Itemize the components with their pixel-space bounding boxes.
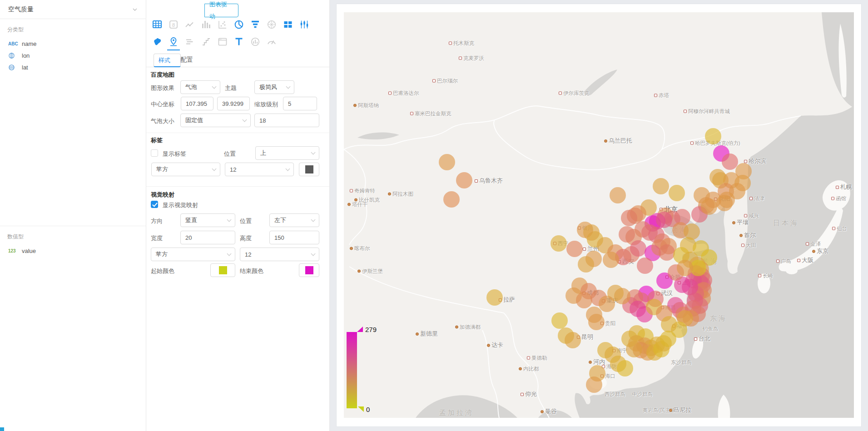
field-item-name[interactable]: ABCname <box>0 38 146 50</box>
chart-config-panel: 透视驱动图表驱动 8 数据样式配置 百度地图 图形效果 气泡 主题 极简风 中心… <box>146 0 330 431</box>
chart-type-toolbar-row1: 8 <box>152 20 316 30</box>
baidu-map-canvas[interactable]: 渤海黄海东海日本海孟加拉湾 托木斯克克麦罗沃巴尔瑙尔巴甫洛达尔阿斯塔纳塞米巴拉金… <box>344 12 854 418</box>
tab-setting[interactable]: 配置 <box>180 54 193 67</box>
city-marker-icon <box>744 214 747 218</box>
zoom-level-input[interactable] <box>283 97 317 110</box>
visual-map-max-handle[interactable] <box>357 327 363 332</box>
map-city-label-text: 哈尔滨 <box>749 157 766 165</box>
city-marker-icon <box>758 274 761 277</box>
pie-chart-icon[interactable] <box>234 20 244 30</box>
map-city-label-text: 大田 <box>746 242 756 249</box>
field-panel: 空气质量 分类型 ABCnamelonlat 数值型 123value <box>0 0 146 431</box>
map-data-bubble <box>701 198 717 215</box>
map-city-label-text: 曼德勒 <box>531 355 547 362</box>
map-data-bubble <box>588 314 605 330</box>
label-color-button[interactable] <box>299 163 319 176</box>
vm-font-size-select[interactable]: 12 <box>240 248 319 261</box>
field-label: lat <box>22 64 28 71</box>
map-data-bubble <box>619 226 635 243</box>
tab-style[interactable]: 样式 <box>154 54 181 67</box>
chevron-down-icon <box>212 167 217 171</box>
number-card-icon[interactable]: 8 <box>169 20 179 30</box>
map-city-label-text: 阿拉木图 <box>392 191 413 198</box>
label-font-select[interactable]: 苹方 <box>151 163 220 176</box>
vm-height-label: 高度 <box>240 234 252 243</box>
section-title-label: 标签 <box>151 136 163 144</box>
line-chart-icon[interactable] <box>185 20 195 30</box>
bar-chart-icon[interactable] <box>201 20 211 30</box>
vm-width-label: 宽度 <box>151 234 163 243</box>
location-map-icon[interactable] <box>169 37 179 47</box>
map-data-bubble <box>630 240 646 257</box>
map-city-label-text: 海口 <box>605 373 615 380</box>
chart-ball-icon[interactable] <box>250 37 260 47</box>
bubble-size-mode-select[interactable]: 固定值 <box>180 114 251 127</box>
field-item-lat[interactable]: lat <box>0 61 146 73</box>
shape-select[interactable]: 气泡 <box>180 80 220 94</box>
visual-map-min-value: 0 <box>366 406 370 413</box>
vm-width-input[interactable] <box>180 231 235 244</box>
kline-chart-icon[interactable] <box>299 20 309 30</box>
map-city-label-text: 台北 <box>699 335 710 343</box>
map-city-label-text: 塔什干 <box>352 201 368 208</box>
text-icon[interactable] <box>234 37 244 47</box>
vm-direction-select[interactable]: 竖直 <box>180 213 235 227</box>
map-city-label-text: 昆明 <box>581 333 593 341</box>
label-position-select[interactable]: 上 <box>255 146 319 160</box>
visual-map-min-handle[interactable] <box>358 406 364 412</box>
city-marker-icon <box>559 92 562 95</box>
label-color-swatch <box>305 165 313 173</box>
lat-globe-icon <box>8 64 22 71</box>
city-marker-icon <box>350 189 353 193</box>
map-city-label: 东京 <box>812 247 828 255</box>
map-city-label-text: 乌鲁木齐 <box>479 177 503 185</box>
map-city-label: 塞米巴拉金斯克 <box>410 110 451 117</box>
map-city-label: 咸兴 <box>744 213 759 219</box>
gauge-icon[interactable] <box>267 37 277 47</box>
table-icon[interactable] <box>152 20 162 30</box>
china-map-icon[interactable] <box>152 37 162 47</box>
show-visual-map-text: 显示视觉映射 <box>163 201 198 209</box>
vm-end-color-button[interactable] <box>299 263 319 277</box>
map-city-label: 托木斯克 <box>449 40 474 47</box>
map-city-label: 加德满都 <box>455 324 481 331</box>
capital-marker-icon <box>669 409 672 412</box>
dataset-selector[interactable]: 空气质量 <box>0 0 146 19</box>
map-sea-label: 孟加拉湾 <box>439 409 474 417</box>
vm-height-input[interactable] <box>269 231 319 244</box>
show-label-checkbox[interactable] <box>151 149 158 157</box>
theme-label: 主题 <box>225 84 237 92</box>
map-city-label-text: 首尔 <box>744 231 756 239</box>
field-item-lon[interactable]: lon <box>0 50 146 61</box>
vm-start-color-button[interactable] <box>210 263 235 277</box>
chart-driven-button[interactable]: 图表驱动 <box>204 4 238 17</box>
cross-table-icon[interactable] <box>283 20 293 30</box>
map-city-label-text: 广岛 <box>781 258 791 265</box>
map-city-label: 巴尔瑙尔 <box>432 78 458 84</box>
center-lat-input[interactable] <box>217 97 250 110</box>
radar-chart-icon[interactable] <box>267 20 277 30</box>
theme-select[interactable]: 极简风 <box>254 80 294 94</box>
step-chart-icon[interactable] <box>201 37 211 47</box>
map-data-bubble <box>551 312 568 329</box>
city-marker-icon <box>690 142 694 145</box>
funnel-chart-icon[interactable] <box>250 20 260 30</box>
map-data-bubble <box>456 172 472 188</box>
label-font-size-select[interactable]: 12 <box>225 163 294 176</box>
center-lon-input[interactable] <box>181 97 213 110</box>
map-data-bubble <box>439 154 455 170</box>
scatter-chart-icon[interactable] <box>218 20 228 30</box>
map-city-label-text: 巴甫洛达尔 <box>393 90 419 97</box>
map-data-bubble <box>626 341 642 357</box>
show-visual-map-checkbox[interactable] <box>151 201 158 208</box>
iframe-icon[interactable] <box>218 37 228 47</box>
map-city-label-text: 乌兰巴托 <box>609 137 632 145</box>
vm-end-color-label: 结束颜色 <box>240 267 263 275</box>
bubble-size-input[interactable] <box>254 114 319 127</box>
vm-font-select[interactable]: 苹方 <box>151 248 235 261</box>
vm-position-select[interactable]: 左下 <box>269 213 319 227</box>
lon-globe-icon <box>8 52 22 59</box>
field-item-value[interactable]: 123value <box>0 245 146 257</box>
word-cloud-icon[interactable] <box>185 37 195 47</box>
map-data-bubble <box>551 235 567 252</box>
